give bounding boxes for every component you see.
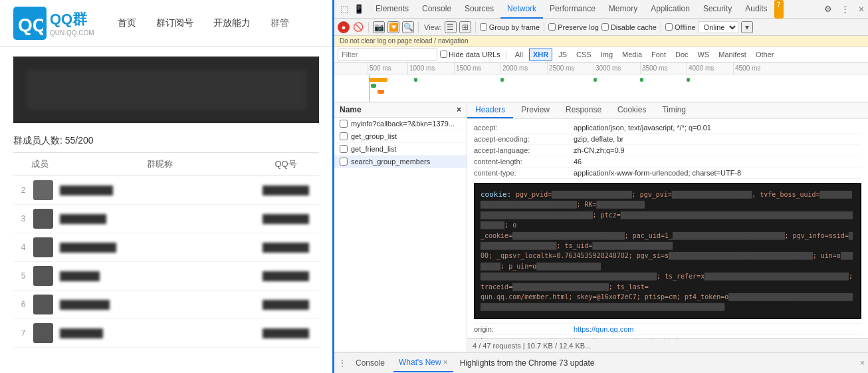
bottom-tab-whats-new[interactable]: What's New × (393, 354, 453, 372)
row-num-4: 4 (13, 243, 33, 252)
timeline-bars (334, 74, 868, 102)
group-by-frame-input[interactable] (480, 23, 487, 31)
svg-text:QQ: QQ (18, 15, 43, 35)
filter-other[interactable]: Other (752, 49, 778, 61)
online-select[interactable]: Online (699, 21, 738, 33)
detail-tab-preview[interactable]: Preview (513, 102, 558, 118)
disable-cache-check[interactable]: Disable cache (601, 23, 657, 31)
tbar-3 (374, 78, 387, 82)
qq-logo-icon: QQ (13, 7, 47, 40)
chevron-down-icon[interactable]: ▾ (741, 21, 753, 33)
qq-nav: 首页 群订阅号 开放能力 群管 (114, 14, 292, 33)
name-item-2[interactable]: get_friend_list (334, 143, 467, 156)
tbar-4 (378, 90, 384, 94)
filter-img[interactable]: Img (597, 49, 616, 61)
tab-performance[interactable]: Performance (543, 0, 602, 19)
detail-tab-headers[interactable]: Headers (467, 102, 513, 118)
name-item-0[interactable]: myinfo?callback=?&bkn=1379... (334, 118, 467, 130)
timeline-area: 500 ms 1000 ms 1500 ms 2000 ms 2500 ms 3… (334, 62, 868, 102)
record-button[interactable]: ● (338, 21, 350, 33)
camera-icon[interactable]: 📷 (373, 21, 385, 33)
disable-cache-input[interactable] (601, 23, 609, 31)
device-icon[interactable]: 📱 (352, 3, 366, 16)
offline-input[interactable] (665, 23, 673, 31)
row-num-6: 6 (13, 300, 33, 309)
group-by-frame-label: Group by frame (489, 23, 540, 31)
name-item-check-1[interactable] (340, 132, 348, 140)
name-item-check-2[interactable] (340, 145, 348, 153)
cookie-value: pgv_pvid=████████████████████; pgv_pvi=█… (481, 191, 853, 311)
bottom-tab-console[interactable]: Console (350, 354, 390, 372)
nav-open[interactable]: 开放能力 (210, 14, 254, 33)
grid-view-icon[interactable]: ⊞ (459, 21, 471, 33)
detail-tab-timing[interactable]: Timing (654, 102, 694, 118)
qq-logo-text-block: QQ群 QUN.QQ.COM (50, 9, 94, 37)
nav-subscribe[interactable]: 群订阅号 (153, 14, 197, 33)
detail-tab-response[interactable]: Response (558, 102, 609, 118)
offline-check[interactable]: Offline (665, 23, 696, 31)
toolbar-sep-4 (544, 22, 544, 33)
tab-console[interactable]: Console (415, 0, 458, 19)
tab-network[interactable]: Network (500, 0, 543, 19)
list-view-icon[interactable]: ☰ (445, 21, 457, 33)
qq-group-section (13, 57, 319, 123)
inspect-icon[interactable]: ⬚ (338, 3, 351, 16)
filter-input[interactable] (338, 49, 437, 61)
tab-application[interactable]: Application (644, 0, 697, 19)
bottom-close-icon[interactable]: × (860, 358, 865, 368)
tab-memory[interactable]: Memory (602, 0, 644, 19)
bottom-menu-icon[interactable]: ⋮ (338, 358, 347, 368)
filter-js[interactable]: JS (555, 49, 570, 61)
table-row: 4 (13, 233, 319, 262)
filter-all[interactable]: All (512, 49, 526, 61)
origin-link[interactable]: https://qun.qq.com (574, 325, 634, 333)
detail-tab-cookies[interactable]: Cookies (609, 102, 654, 118)
nav-home[interactable]: 首页 (114, 14, 140, 33)
website-panel: QQ QQ群 QUN.QQ.COM 首页 群订阅号 开放能力 群管 群成员人数:… (0, 0, 332, 373)
preserve-log-check[interactable]: Preserve log (548, 23, 599, 31)
filter-icon[interactable]: 🔽 (387, 21, 399, 33)
name-item-check-3[interactable] (340, 158, 348, 166)
cookie-key-label: cookie: (481, 190, 516, 199)
filter-ws[interactable]: WS (695, 49, 713, 61)
name-item-3[interactable]: search_group_members (334, 156, 467, 168)
hide-data-urls-check[interactable]: Hide data URLs (440, 51, 500, 59)
tab-sources[interactable]: Sources (458, 0, 500, 19)
cursor-line (369, 74, 370, 102)
toolbar-sep-3 (475, 22, 476, 33)
filter-sep: | (505, 50, 507, 59)
filter-media[interactable]: Media (619, 49, 645, 61)
more-icon[interactable]: ⋮ (838, 3, 851, 16)
tab-security[interactable]: Security (697, 0, 738, 19)
settings-icon[interactable]: ⚙ (821, 3, 835, 16)
filter-css[interactable]: CSS (573, 49, 595, 61)
nav-manage[interactable]: 群管 (267, 14, 292, 33)
toolbar-sep-5 (661, 22, 661, 33)
devtools-close-icon[interactable]: ✕ (858, 5, 865, 14)
warning-badge: 7 (774, 0, 784, 19)
filter-font[interactable]: Font (648, 49, 669, 61)
name-panel-header: Name × (334, 102, 467, 118)
hide-data-urls-input[interactable] (440, 51, 447, 58)
filter-manifest[interactable]: Manifest (715, 49, 750, 61)
tab-elements[interactable]: Elements (369, 0, 415, 19)
whats-new-close[interactable]: × (443, 358, 448, 367)
network-toolbar: ● 🚫 📷 🔽 🔍 View: ☰ ⊞ Group by frame Prese… (334, 19, 868, 36)
name-item-check-0[interactable] (340, 120, 348, 128)
header-row-content-type: content-type: application/x-www-form-url… (474, 168, 861, 179)
name-item-text-3: search_group_members (351, 158, 461, 166)
status-bar: 4 / 47 requests | 10.7 KB / 12.4 KB... (467, 338, 868, 352)
tab-audits[interactable]: Audits (738, 0, 774, 19)
clear-button[interactable]: 🚫 (352, 21, 364, 33)
filter-doc[interactable]: Doc (672, 49, 692, 61)
filter-xhr[interactable]: XHR (529, 49, 552, 61)
name-header-close[interactable]: × (457, 105, 461, 114)
row-num-2: 2 (13, 186, 33, 195)
preserve-log-input[interactable] (548, 23, 556, 31)
search-icon[interactable]: 🔍 (402, 21, 414, 33)
table-row: 2 (13, 176, 319, 205)
name-item-1[interactable]: get_group_list (334, 130, 467, 143)
devtools-tabs: Elements Console Sources Network Perform… (369, 0, 821, 19)
cookie-section: cookie: pgv_pvid=████████████████████; p… (474, 183, 861, 319)
group-by-frame-check[interactable]: Group by frame (480, 23, 540, 31)
